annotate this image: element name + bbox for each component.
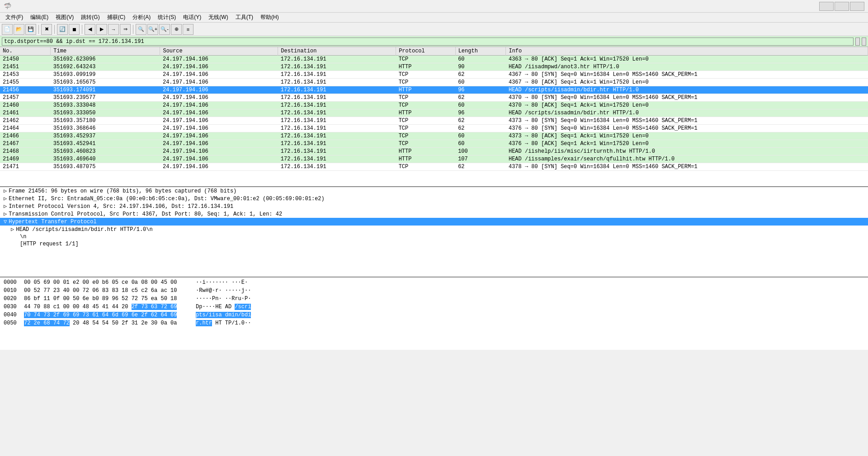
table-row[interactable]: 21460351693.33304824.197.194.106172.16.1… bbox=[0, 102, 868, 109]
col-time[interactable]: Time bbox=[51, 47, 160, 56]
cell-length: 60 bbox=[455, 79, 506, 86]
table-row[interactable]: 21468351693.46082324.197.194.106172.16.1… bbox=[0, 148, 868, 155]
table-row[interactable]: 21466351693.45293724.197.194.106172.16.1… bbox=[0, 132, 868, 140]
menu-item-help[interactable]: 帮助(H) bbox=[257, 13, 283, 22]
table-row[interactable]: 21456351693.17409124.197.194.106172.16.1… bbox=[0, 86, 868, 94]
filter-arrow[interactable] bbox=[862, 38, 866, 46]
detail-line[interactable]: ▷Internet Protocol Version 4, Src: 24.19… bbox=[0, 202, 868, 210]
cell-info: 4363 → 80 [ACK] Seq=1 Ack=1 Win=17520 Le… bbox=[506, 56, 868, 63]
cell-no: 21466 bbox=[0, 132, 51, 140]
cell-length: 90 bbox=[455, 63, 506, 71]
menu-item-jump[interactable]: 跳转(G) bbox=[77, 13, 103, 22]
filter-input[interactable] bbox=[2, 38, 854, 46]
expand-icon[interactable]: ▷ bbox=[4, 188, 7, 194]
cell-length: 62 bbox=[455, 163, 506, 171]
packet-list[interactable]: No. Time Source Destination Protocol Len… bbox=[0, 47, 868, 187]
menu-item-analyze[interactable]: 分析(A) bbox=[129, 13, 154, 22]
toolbar-zoom-in[interactable]: 🔍+ bbox=[147, 24, 158, 35]
col-protocol[interactable]: Protocol bbox=[396, 47, 456, 56]
cell-source: 24.197.194.106 bbox=[160, 79, 278, 86]
title-left: 🦈 bbox=[4, 2, 14, 10]
toolbar-zoom-out[interactable]: 🔍- bbox=[159, 24, 170, 35]
packet-tbody: 21450351692.62309624.197.194.106172.16.1… bbox=[0, 56, 868, 171]
filter-clear[interactable] bbox=[855, 38, 860, 46]
expand-icon[interactable]: ▷ bbox=[11, 226, 14, 233]
cell-protocol: HTTP bbox=[396, 109, 456, 117]
cell-no: 21455 bbox=[0, 79, 51, 86]
cell-destination: 172.16.134.191 bbox=[278, 140, 396, 148]
cell-time: 351693.357180 bbox=[51, 117, 160, 125]
packet-table-header: No. Time Source Destination Protocol Len… bbox=[0, 47, 868, 56]
cell-source: 24.197.194.106 bbox=[160, 94, 278, 102]
toolbar-save[interactable]: 💾 bbox=[25, 24, 36, 35]
toolbar-open[interactable]: 📂 bbox=[14, 24, 24, 35]
detail-line[interactable]: ▽Hypertext Transfer Protocol bbox=[0, 218, 868, 226]
expand-icon[interactable]: ▷ bbox=[4, 196, 7, 202]
cell-source: 24.197.194.106 bbox=[160, 63, 278, 71]
minimize-button[interactable] bbox=[819, 2, 834, 11]
cell-source: 24.197.194.106 bbox=[160, 155, 278, 163]
toolbar-find[interactable]: 🔍 bbox=[136, 24, 146, 35]
col-length[interactable]: Length bbox=[455, 47, 506, 56]
col-no[interactable]: No. bbox=[0, 47, 51, 56]
toolbar-goto[interactable]: → bbox=[108, 24, 119, 35]
toolbar-settings[interactable]: ≡ bbox=[183, 24, 193, 35]
detail-line[interactable]: [HTTP request 1/1] bbox=[0, 240, 868, 248]
expand-icon[interactable]: ▽ bbox=[4, 219, 7, 225]
cell-time: 351693.165675 bbox=[51, 79, 160, 86]
menu-item-stats[interactable]: 统计(S) bbox=[154, 13, 179, 22]
toolbar-new[interactable]: 📄 bbox=[2, 24, 13, 35]
cell-length: 62 bbox=[455, 94, 506, 102]
cell-length: 60 bbox=[455, 140, 506, 148]
table-row[interactable]: 21462351693.35718024.197.194.106172.16.1… bbox=[0, 117, 868, 125]
cell-info: HEAD /scripts/issadmin/bdir.htr HTTP/1.0 bbox=[506, 109, 868, 117]
toolbar-reload[interactable]: 🔄 bbox=[57, 24, 68, 35]
table-row[interactable]: 21464351693.36864624.197.194.106172.16.1… bbox=[0, 125, 868, 132]
restore-button[interactable] bbox=[835, 2, 849, 11]
hex-view[interactable]: 0000 00 05 69 00 01 e2 00 e0 b6 05 ce 0a… bbox=[0, 277, 868, 350]
col-source[interactable]: Source bbox=[160, 47, 278, 56]
cell-length: 96 bbox=[455, 86, 506, 94]
cell-protocol: TCP bbox=[396, 71, 456, 79]
menu-item-file[interactable]: 文件(F) bbox=[2, 13, 27, 22]
expand-icon[interactable]: ▷ bbox=[4, 203, 7, 210]
table-row[interactable]: 21469351693.46964024.197.194.106172.16.1… bbox=[0, 155, 868, 163]
detail-line[interactable]: ▷Ethernet II, Src: EntradaN_05:ce:0a (00… bbox=[0, 195, 868, 202]
cell-protocol: HTTP bbox=[396, 86, 456, 94]
cell-time: 351693.333050 bbox=[51, 109, 160, 117]
detail-line[interactable]: ▷HEAD /scripts/iisadmin/bdir.htr HTTP/1.… bbox=[0, 226, 868, 233]
detail-line[interactable]: ▷Transmission Control Protocol, Src Port… bbox=[0, 210, 868, 218]
table-row[interactable]: 21471351693.48707524.197.194.106172.16.1… bbox=[0, 163, 868, 171]
table-row[interactable]: 21467351693.45294124.197.194.106172.16.1… bbox=[0, 140, 868, 148]
toolbar-back[interactable]: ◀ bbox=[85, 24, 95, 35]
table-row[interactable]: 21455351693.16567524.197.194.106172.16.1… bbox=[0, 79, 868, 86]
detail-line[interactable]: ▷Frame 21456: 96 bytes on wire (768 bits… bbox=[0, 187, 868, 195]
cell-info: 4367 → 80 [ACK] Seq=1 Ack=1 Win=17520 Le… bbox=[506, 79, 868, 86]
cell-destination: 172.16.134.191 bbox=[278, 63, 396, 71]
expand-icon[interactable]: ▷ bbox=[4, 211, 7, 217]
table-row[interactable]: 21457351693.23957724.197.194.106172.16.1… bbox=[0, 94, 868, 102]
menu-item-wireless[interactable]: 无线(W) bbox=[205, 13, 231, 22]
close-button[interactable] bbox=[850, 2, 864, 11]
col-destination[interactable]: Destination bbox=[278, 47, 396, 56]
menu-item-view[interactable]: 视图(V) bbox=[52, 13, 77, 22]
cell-destination: 172.16.134.191 bbox=[278, 117, 396, 125]
menu-item-edit[interactable]: 编辑(E) bbox=[27, 13, 52, 22]
table-row[interactable]: 21451351692.64324324.197.194.106172.16.1… bbox=[0, 63, 868, 71]
toolbar-close[interactable]: ✖ bbox=[41, 24, 52, 35]
toolbar-zoom-reset[interactable]: ⊕ bbox=[171, 24, 182, 35]
menu-item-tools[interactable]: 工具(T) bbox=[232, 13, 257, 22]
toolbar-capture[interactable]: ⏹ bbox=[69, 24, 80, 35]
col-info[interactable]: Info bbox=[506, 47, 868, 56]
table-row[interactable]: 21453351693.09919924.197.194.106172.16.1… bbox=[0, 71, 868, 79]
cell-source: 24.197.194.106 bbox=[160, 140, 278, 148]
toolbar-forward[interactable]: ▶ bbox=[96, 24, 107, 35]
packet-detail[interactable]: ▷Frame 21456: 96 bytes on wire (768 bits… bbox=[0, 187, 868, 277]
menu-item-phone[interactable]: 电话(Y) bbox=[179, 13, 205, 22]
cell-destination: 172.16.134.191 bbox=[278, 109, 396, 117]
menu-item-capture[interactable]: 捕获(C) bbox=[104, 13, 129, 22]
toolbar-goto2[interactable]: ⇒ bbox=[120, 24, 131, 35]
detail-line[interactable]: \n bbox=[0, 233, 868, 240]
table-row[interactable]: 21461351693.33305024.197.194.106172.16.1… bbox=[0, 109, 868, 117]
table-row[interactable]: 21450351692.62309624.197.194.106172.16.1… bbox=[0, 56, 868, 63]
